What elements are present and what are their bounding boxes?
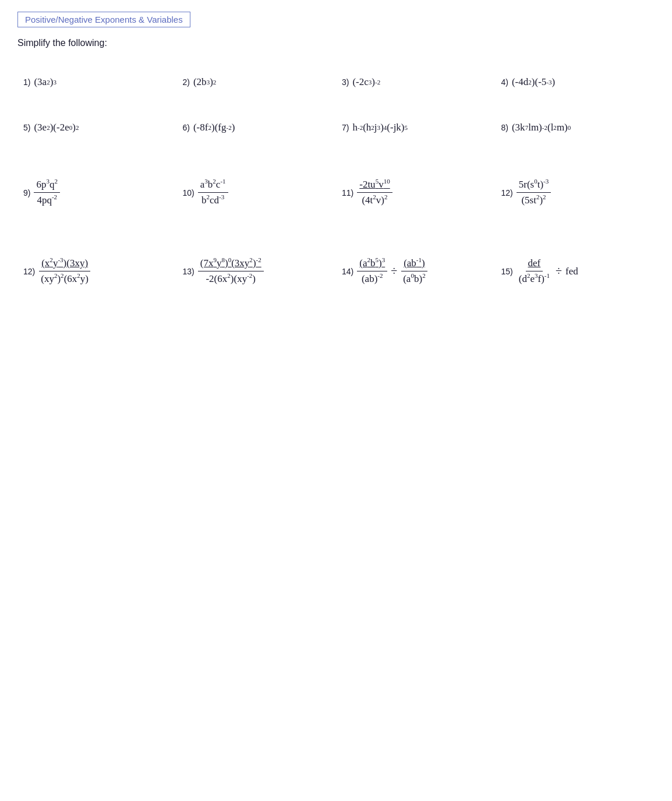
title-box: Positive/Negative Exponents & Variables: [17, 12, 190, 27]
problems-row-4: 12) (x2y-3)(3xy) (xy2)2(6x2y) 13) (7x9y8…: [17, 247, 655, 308]
problem-12b: 12) (x2y-3)(3xy) (xy2)2(6x2y): [17, 247, 177, 308]
problem-14: 14) (a2b5)3 (ab)-2 ÷ (ab-1) (a0b)2: [336, 247, 496, 308]
problem-10: 10) a3b2c-1 b2cd-3: [177, 168, 337, 230]
problem-2: 2) (2b3)2: [177, 66, 337, 111]
problem-9: 9) 6p3q2 4pq-2: [17, 168, 177, 230]
problem-1: 1) (3a2)3: [17, 66, 177, 111]
problem-11: 11) -2tu5v10 (4t2v)2: [336, 168, 496, 230]
problem-13: 13) (7x9y8)0(3xy2)-2 -2(6x2)(xy-2): [177, 247, 337, 308]
problem-3: 3) (-2c3)-2: [336, 66, 496, 111]
problem-12: 12) 5r(s0t)-3 (5st2)2: [496, 168, 655, 230]
problem-8: 8) (3k7lm)-2(l2m)0: [496, 111, 655, 157]
problems-row-2: 5) (3e2)(-2e0)2 6) (-8f2)(fg-2) 7) h-2(h…: [17, 111, 655, 157]
problem-4: 4) (-4d2)(-5-3): [496, 66, 655, 111]
problems-row-3: 9) 6p3q2 4pq-2 10) a3b2c-1 b2cd-3 11) -2…: [17, 168, 655, 230]
problem-6: 6) (-8f2)(fg-2): [177, 111, 337, 157]
problem-7: 7) h-2(h2j3)4(-jk)5: [336, 111, 496, 157]
problem-5: 5) (3e2)(-2e0)2: [17, 111, 177, 157]
problems-row-1: 1) (3a2)3 2) (2b3)2 3) (-2c3)-2 4) (-4d2…: [17, 66, 655, 111]
instruction: Simplify the following:: [17, 38, 655, 48]
problem-15: 15) def (d2e3f)-1 ÷ fed: [496, 247, 655, 308]
